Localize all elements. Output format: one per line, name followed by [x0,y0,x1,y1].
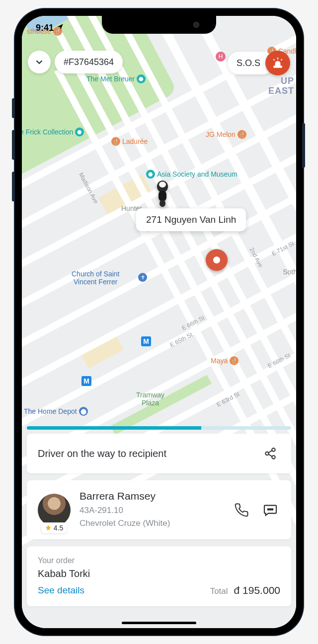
poi-church: Church of Saint Vincent Ferrer [72,270,120,286]
status-time: 9:41 [36,23,54,33]
poi-met: The Met Breuer⬣ [86,74,146,83]
home-indicator [122,622,196,624]
poi-maya: Maya🍴 [211,356,238,365]
svg-line-12 [268,454,272,457]
chat-icon [262,502,278,518]
share-icon [264,447,277,460]
poi-sotheby: Soth [283,268,296,276]
svg-point-14 [270,509,271,510]
location-arrow-icon [57,23,64,32]
svg-point-1 [159,182,166,188]
poi-laduree: 🍴Ladurée [111,137,148,146]
driver-plate: 43A-291.10 [80,504,223,517]
total-label: Total [210,586,228,596]
avatar-wrap: 4.5 [38,494,71,526]
poi-tramway: TramwayPlaza [136,391,164,407]
total-value: đ 195.000 [234,584,280,596]
star-icon [45,524,52,531]
chevron-down-icon [34,57,45,67]
metro-icon: M [141,336,151,346]
poi-frick: e Frick Collection⬣ [22,128,84,136]
svg-line-7 [281,59,282,60]
rating-badge: 4.5 [41,522,67,533]
message-button[interactable] [260,500,280,520]
svg-line-6 [273,59,274,60]
collapse-button[interactable] [28,51,51,73]
call-button[interactable] [232,500,251,520]
driver-name: Barrera Ramsey [80,490,223,502]
sos-alarm-button[interactable] [265,51,290,75]
district-label: UPEAST [268,76,294,96]
status-text: Driver on the way to recipient [38,448,166,459]
svg-line-11 [268,451,272,453]
driver-marker-icon [153,180,172,207]
driver-avatar[interactable] [38,494,71,526]
poi-jgmelon: JG Melon🍴 [206,130,246,139]
rating-value: 4.5 [54,524,63,532]
side-buttons-left [13,98,15,201]
phone-icon [234,503,249,517]
see-details-link[interactable]: See details [38,585,84,596]
sos-label: S.O.S [237,58,260,68]
svg-point-9 [265,452,269,455]
phone-frame: sthouse🍴 🍴Candle The Met Breuer⬣ e Frick… [15,9,303,635]
svg-point-15 [272,509,273,510]
order-label: Your order [38,556,280,565]
address-bubble[interactable]: 271 Nguyen Van Linh [136,208,246,231]
hotel-pin-icon: H [216,52,226,62]
svg-point-13 [268,509,269,510]
status-card: Driver on the way to recipient [27,434,291,473]
driver-vehicle: Chevrolet Cruze (White) [80,517,223,530]
driver-info: Barrera Ramsey 43A-291.10 Chevrolet Cruz… [80,490,223,529]
svg-point-10 [272,455,275,459]
svg-point-3 [159,200,165,207]
svg-rect-2 [159,191,166,201]
order-card: Your order Kabab Torki See details Total… [27,546,291,606]
church-pin-icon: ✝ [138,273,147,282]
phone-notch [102,16,216,34]
order-id-pill[interactable]: #F37645364 [55,51,123,73]
order-id-label: #F37645364 [64,57,114,67]
destination-pin-icon[interactable] [206,249,228,271]
side-button-right [302,123,305,168]
metro-icon: M [81,376,91,386]
svg-point-8 [272,448,275,451]
poi-homedepot: The Home Depot⬤ [24,407,88,416]
driver-card: 4.5 Barrera Ramsey 43A-291.10 Chevrolet … [27,480,291,539]
alarm-icon [271,57,284,69]
share-button[interactable] [260,444,280,463]
bottom-sheet: Driver on the way to recipient 4.5 [22,426,296,628]
progress-bar [27,426,291,430]
svg-rect-4 [274,66,281,67]
order-name: Kabab Torki [38,568,280,580]
progress-fill [27,426,201,430]
poi-asia: ⬣Asia Society and Museum [146,170,238,179]
